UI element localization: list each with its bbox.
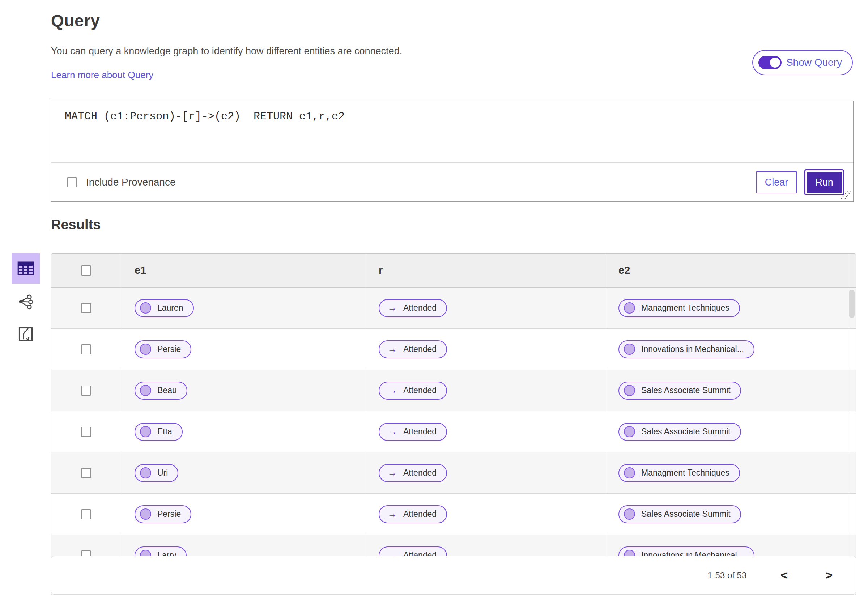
relation-pill[interactable]: → Attended [379, 423, 447, 441]
entity-pill[interactable]: Persie [135, 340, 191, 358]
entity-pill[interactable]: Managment Techniques [618, 464, 740, 482]
toggle-switch-icon[interactable] [758, 56, 782, 69]
entity-pill[interactable]: Beau [135, 382, 187, 400]
relation-label: Attended [403, 303, 436, 313]
table-row: Persie → Attended Innovations in Mechani… [51, 329, 856, 370]
include-provenance-checkbox[interactable] [67, 177, 77, 187]
results-title: Results [51, 217, 100, 233]
entity-pill[interactable]: Lauren [135, 299, 194, 317]
entity-pill[interactable]: Managment Techniques [618, 299, 740, 317]
query-editor-footer: Include Provenance Clear Run [51, 163, 853, 202]
entity-label: Innovations in Mechanical... [641, 344, 744, 354]
entity-pill[interactable]: Etta [135, 423, 183, 441]
table-header-row: e1 r e2 [51, 253, 856, 288]
table-body: Lauren → Attended Managment Techniques P… [51, 288, 856, 576]
column-header-e1[interactable]: e1 [121, 253, 365, 287]
relation-pill[interactable]: → Attended [379, 464, 447, 482]
entity-circle-icon [624, 302, 635, 314]
table-row: Etta → Attended Sales Associate Summit [51, 411, 856, 452]
results-view-switcher [12, 253, 40, 348]
run-button[interactable]: Run [806, 170, 843, 194]
pagination-next-icon[interactable]: > [823, 568, 835, 583]
row-checkbox[interactable] [81, 468, 91, 478]
entity-label: Persie [158, 344, 181, 354]
table-row: Persie → Attended Sales Associate Summit [51, 494, 856, 535]
results-table: e1 r e2 Lauren → Attended Managment Tech… [51, 253, 856, 595]
query-code-input[interactable]: MATCH (e1:Person)-[r]->(e2) RETURN e1,r,… [51, 101, 853, 163]
pagination-prev-icon[interactable]: < [778, 568, 790, 583]
entity-circle-icon [624, 385, 635, 396]
entity-label: Persie [158, 509, 181, 519]
arrow-right-icon: → [387, 427, 397, 436]
arrow-right-icon: → [387, 509, 397, 519]
column-header-r[interactable]: r [365, 253, 605, 287]
row-checkbox[interactable] [81, 427, 91, 437]
entity-circle-icon [140, 302, 151, 314]
entity-label: Sales Associate Summit [641, 427, 730, 436]
row-checkbox[interactable] [81, 386, 91, 395]
entity-circle-icon [624, 426, 635, 437]
arrow-right-icon: → [387, 303, 397, 313]
query-description: You can query a knowledge graph to ident… [51, 45, 402, 57]
clear-button[interactable]: Clear [756, 171, 797, 194]
column-header-e2[interactable]: e2 [605, 253, 856, 287]
query-editor-panel: MATCH (e1:Person)-[r]->(e2) RETURN e1,r,… [51, 100, 854, 202]
entity-label: Etta [158, 427, 172, 436]
entity-label: Sales Associate Summit [641, 386, 730, 395]
entity-circle-icon [140, 467, 151, 479]
entity-circle-icon [624, 467, 635, 479]
entity-pill[interactable]: Sales Associate Summit [618, 423, 741, 441]
entity-circle-icon [624, 344, 635, 355]
table-view-button[interactable] [12, 253, 40, 283]
entity-pill[interactable]: Persie [135, 505, 191, 523]
entity-pill[interactable]: Innovations in Mechanical... [618, 340, 754, 358]
scrollbar-thumb[interactable] [849, 290, 854, 318]
arrow-right-icon: → [387, 344, 397, 354]
entity-label: Managment Techniques [641, 303, 730, 313]
relation-label: Attended [403, 468, 436, 478]
relation-pill[interactable]: → Attended [379, 382, 447, 400]
entity-pill[interactable]: Sales Associate Summit [618, 382, 741, 400]
entity-pill[interactable]: Uri [135, 464, 178, 482]
show-query-label: Show Query [786, 57, 842, 68]
table-view-icon [17, 261, 34, 276]
relation-label: Attended [403, 344, 436, 354]
entity-label: Beau [158, 386, 177, 395]
entity-circle-icon [140, 426, 151, 437]
arrow-right-icon: → [387, 386, 397, 395]
entity-circle-icon [140, 385, 151, 396]
row-checkbox[interactable] [81, 509, 91, 519]
network-view-button[interactable] [12, 287, 40, 316]
entity-circle-icon [140, 509, 151, 520]
relation-label: Attended [403, 386, 436, 395]
include-provenance-label: Include Provenance [86, 176, 176, 188]
table-row: Beau → Attended Sales Associate Summit [51, 370, 856, 411]
entity-label: Uri [158, 468, 168, 478]
toggle-knob [770, 58, 780, 68]
table-row: Uri → Attended Managment Techniques [51, 452, 856, 494]
show-query-toggle[interactable]: Show Query [752, 50, 853, 75]
relation-label: Attended [403, 509, 436, 519]
relation-label: Attended [403, 427, 436, 436]
relation-pill[interactable]: → Attended [379, 340, 447, 358]
table-scrollbar[interactable] [848, 253, 856, 595]
resize-grip-icon[interactable] [839, 190, 851, 200]
page-title: Query [51, 11, 100, 30]
entity-circle-icon [140, 344, 151, 355]
chart-view-icon [18, 327, 33, 342]
relation-pill[interactable]: → Attended [379, 505, 447, 523]
arrow-right-icon: → [387, 468, 397, 478]
select-all-checkbox[interactable] [81, 265, 91, 276]
entity-label: Lauren [158, 303, 183, 313]
entity-circle-icon [624, 509, 635, 520]
entity-label: Sales Associate Summit [641, 509, 730, 519]
learn-more-link[interactable]: Learn more about Query [51, 70, 153, 81]
row-checkbox[interactable] [81, 303, 91, 313]
pagination-range: 1-53 of 53 [707, 570, 747, 580]
table-row: Lauren → Attended Managment Techniques [51, 288, 856, 329]
relation-pill[interactable]: → Attended [379, 299, 447, 317]
entity-label: Managment Techniques [641, 468, 730, 478]
chart-view-button[interactable] [12, 320, 40, 348]
row-checkbox[interactable] [81, 344, 91, 355]
entity-pill[interactable]: Sales Associate Summit [618, 505, 741, 523]
